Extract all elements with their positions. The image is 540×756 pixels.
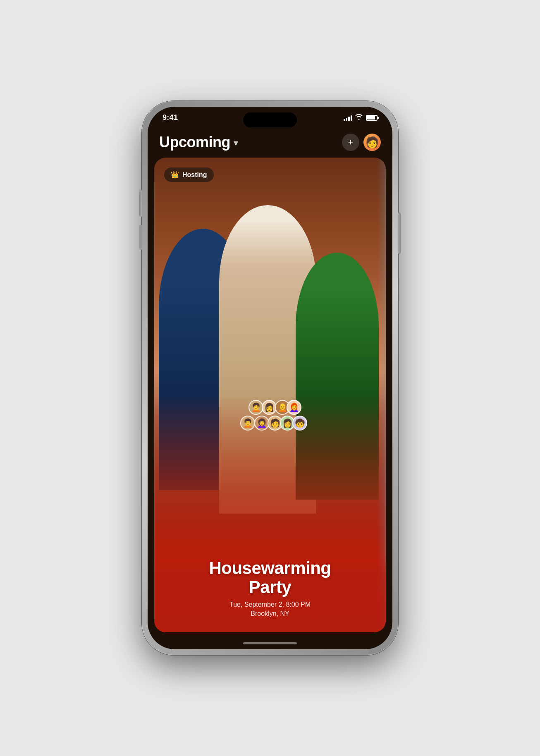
event-card[interactable]: 👑 Hosting 🧑‍🦱 👩 🧑‍🦲 👩‍🦰 🧑‍🦱 👩‍🦱 🧑 👩 🧒 Ho… bbox=[154, 158, 386, 632]
hosting-badge: 👑 Hosting bbox=[164, 167, 214, 182]
signal-icon bbox=[344, 115, 352, 121]
event-datetime: Tue, September 2, 8:00 PM bbox=[162, 601, 378, 608]
header-actions: + 🧑 bbox=[342, 134, 381, 151]
attendee-avatar: 🧒 bbox=[292, 416, 307, 431]
phone-screen: 9:41 Upcomi bbox=[148, 107, 392, 649]
status-icons bbox=[344, 114, 378, 121]
attendee-avatar: 🧑‍🦱 bbox=[248, 400, 263, 415]
attendee-avatar: 🧑‍🦱 bbox=[240, 416, 255, 431]
event-info: Housewarming Party Tue, September 2, 8:0… bbox=[154, 550, 386, 632]
hosting-label: Hosting bbox=[182, 171, 207, 179]
event-title: Housewarming Party bbox=[162, 559, 378, 597]
avatar-emoji: 🧑 bbox=[366, 136, 379, 149]
attendee-avatar: 👩‍🦱 bbox=[254, 416, 269, 431]
attendee-avatar: 👩 bbox=[262, 400, 277, 415]
wifi-icon bbox=[355, 114, 363, 121]
status-time: 9:41 bbox=[162, 113, 178, 122]
header-title-wrap[interactable]: Upcoming ▾ bbox=[159, 134, 238, 151]
crown-icon: 👑 bbox=[171, 171, 179, 179]
battery-icon bbox=[366, 115, 378, 121]
chevron-down-icon[interactable]: ▾ bbox=[234, 138, 238, 148]
add-event-button[interactable]: + bbox=[342, 134, 359, 151]
page-title: Upcoming bbox=[159, 134, 230, 151]
profile-avatar-button[interactable]: 🧑 bbox=[363, 134, 381, 151]
dynamic-island bbox=[243, 112, 297, 127]
attendees-cluster: 🧑‍🦱 👩 🧑‍🦲 👩‍🦰 🧑‍🦱 👩‍🦱 🧑 👩 🧒 bbox=[240, 400, 306, 433]
event-location: Brooklyn, NY bbox=[162, 610, 378, 617]
app-header: Upcoming ▾ + 🧑 bbox=[148, 125, 392, 158]
attendee-avatar: 👩‍🦰 bbox=[287, 400, 301, 415]
home-indicator[interactable] bbox=[243, 642, 297, 644]
phone-frame: 9:41 Upcomi bbox=[142, 101, 398, 655]
